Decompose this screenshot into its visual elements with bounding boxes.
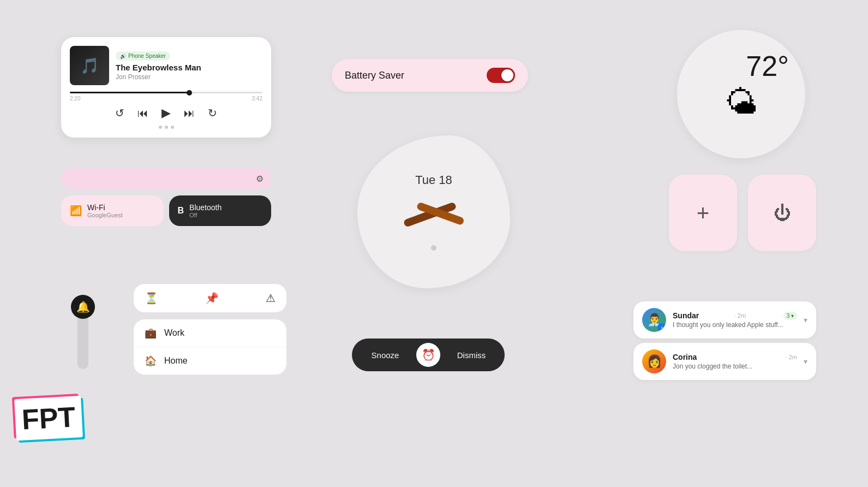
music-player-card: 🎵 Phone Speaker The Eyebrowless Man Jon … bbox=[61, 37, 271, 138]
page-dots bbox=[70, 126, 262, 129]
notification-corina: 👩 Corina · 2m Jon you clogged the toilet… bbox=[633, 343, 816, 380]
battery-toggle[interactable] bbox=[487, 68, 515, 83]
notification-sundar: 👨‍💼 f Sundar · 2m 3 ▾ I thought you only… bbox=[633, 301, 816, 338]
add-button[interactable]: + bbox=[669, 175, 737, 251]
corina-avatar: 👩 bbox=[642, 349, 666, 373]
play-button[interactable]: ▶ bbox=[161, 106, 171, 120]
home-icon: 🏠 bbox=[145, 355, 157, 367]
dot-3 bbox=[171, 126, 174, 129]
wifi-text: Wi-Fi GoogleGuest bbox=[87, 203, 123, 218]
music-controls: ↺ ⏮ ▶ ⏭ ↻ bbox=[70, 106, 262, 120]
work-label: Work bbox=[164, 328, 184, 338]
forward-button[interactable]: ↻ bbox=[208, 106, 217, 120]
replay-button[interactable]: ↺ bbox=[115, 106, 124, 120]
clock-widget: Tue 18 bbox=[357, 135, 510, 288]
messenger-badge: f bbox=[657, 323, 666, 332]
qs-tiles: 📶 Wi-Fi GoogleGuest B Bluetooth Off bbox=[61, 195, 271, 226]
wifi-tile[interactable]: 📶 Wi-Fi GoogleGuest bbox=[61, 195, 164, 226]
notification-icons-row: ⏳ 📌 ⚠ bbox=[134, 284, 286, 312]
alarm-clock-icon: ⏰ bbox=[422, 348, 435, 361]
toggle-knob bbox=[501, 69, 513, 81]
power-button[interactable]: ⏻ bbox=[748, 175, 816, 251]
bluetooth-icon: B bbox=[178, 206, 184, 216]
clock-page-indicator bbox=[431, 245, 436, 251]
dot-2 bbox=[165, 126, 168, 129]
bluetooth-text: Bluetooth Off bbox=[189, 203, 222, 218]
snooze-button[interactable]: Snooze bbox=[356, 345, 414, 365]
power-icon: ⏻ bbox=[774, 203, 791, 223]
weather-widget: 🌤 72° bbox=[677, 30, 805, 158]
prev-button[interactable]: ⏮ bbox=[137, 107, 148, 120]
corina-header: Corina · 2m bbox=[673, 353, 797, 361]
sundar-name: Sundar bbox=[673, 311, 699, 320]
battery-saver-card: Battery Saver bbox=[332, 59, 528, 92]
fpt-logo: FPT bbox=[14, 396, 83, 441]
sundar-expand-button[interactable]: ▾ bbox=[804, 316, 807, 324]
app-item-work[interactable]: 💼 Work bbox=[134, 319, 286, 347]
work-icon: 💼 bbox=[145, 327, 157, 339]
settings-gear-button[interactable]: ⚙ bbox=[256, 174, 264, 184]
sundar-avatar: 👨‍💼 f bbox=[642, 308, 666, 332]
add-icon: + bbox=[697, 202, 709, 224]
corina-avatar-inner: 👩 bbox=[642, 349, 666, 373]
weather-icon: 🌤 bbox=[725, 84, 758, 121]
sundar-time: · 2m bbox=[734, 312, 746, 319]
app-list: 💼 Work 🏠 Home bbox=[134, 319, 286, 375]
corina-time: · 2m bbox=[786, 354, 797, 360]
dismiss-button[interactable]: Dismiss bbox=[442, 345, 500, 365]
action-buttons: + ⏻ bbox=[669, 175, 816, 251]
home-label: Home bbox=[164, 356, 188, 366]
progress-bar-bg bbox=[70, 92, 262, 93]
hourglass-button[interactable]: ⏳ bbox=[145, 292, 158, 305]
qs-search-bar: ⚙ bbox=[61, 168, 271, 189]
volume-slider: 🔔 bbox=[71, 295, 95, 369]
bluetooth-label: Bluetooth bbox=[189, 203, 222, 212]
bluetooth-tile[interactable]: B Bluetooth Off bbox=[169, 195, 272, 226]
sundar-header: Sundar · 2m 3 ▾ bbox=[673, 311, 797, 320]
sundar-count: 3 ▾ bbox=[783, 312, 797, 320]
pin-button[interactable]: 📌 bbox=[205, 292, 219, 305]
wifi-sub: GoogleGuest bbox=[87, 212, 123, 218]
progress-dot bbox=[187, 90, 192, 96]
music-info: Phone Speaker The Eyebrowless Man Jon Pr… bbox=[116, 50, 262, 81]
dot-1 bbox=[159, 126, 162, 129]
track-title: The Eyebrowless Man bbox=[116, 63, 262, 72]
time-total: 3:42 bbox=[252, 96, 262, 102]
time-current: 2:20 bbox=[70, 96, 80, 102]
output-badge: Phone Speaker bbox=[116, 51, 170, 61]
clock-hands bbox=[406, 196, 461, 229]
artist-name: Jon Prosser bbox=[116, 73, 262, 81]
sundar-content: Sundar · 2m 3 ▾ I thought you only leake… bbox=[673, 311, 797, 329]
alarm-icon: ⏰ bbox=[416, 343, 440, 367]
corina-message: Jon you clogged the toilet... bbox=[673, 363, 797, 370]
alert-button[interactable]: ⚠ bbox=[266, 292, 276, 305]
sundar-message: I thought you only leaked Apple stuff... bbox=[673, 321, 797, 329]
wifi-label: Wi-Fi bbox=[87, 203, 123, 212]
app-item-home[interactable]: 🏠 Home bbox=[134, 347, 286, 375]
battery-saver-label: Battery Saver bbox=[345, 70, 404, 81]
next-button[interactable]: ⏭ bbox=[184, 107, 195, 120]
corina-expand-button[interactable]: ▾ bbox=[804, 357, 807, 366]
clock-date: Tue 18 bbox=[415, 173, 452, 187]
wifi-icon: 📶 bbox=[70, 205, 82, 217]
quick-settings-panel: ⚙ 📶 Wi-Fi GoogleGuest B Bluetooth Off bbox=[61, 168, 271, 226]
corina-content: Corina · 2m Jon you clogged the toilet..… bbox=[673, 353, 797, 370]
progress-bar-fill bbox=[70, 92, 189, 93]
notification-cards: 👨‍💼 f Sundar · 2m 3 ▾ I thought you only… bbox=[633, 301, 816, 384]
alarm-controls: Snooze ⏰ Dismiss bbox=[352, 338, 505, 371]
bluetooth-sub: Off bbox=[189, 212, 222, 218]
corina-name: Corina bbox=[673, 353, 697, 361]
weather-temperature: 72° bbox=[746, 52, 789, 80]
clock-blob: Tue 18 bbox=[357, 135, 510, 288]
progress-container[interactable]: 2:20 3:42 bbox=[70, 92, 262, 102]
progress-times: 2:20 3:42 bbox=[70, 96, 262, 102]
album-art: 🎵 bbox=[70, 46, 109, 85]
bell-icon: 🔔 bbox=[71, 295, 95, 319]
volume-track[interactable] bbox=[77, 314, 88, 369]
